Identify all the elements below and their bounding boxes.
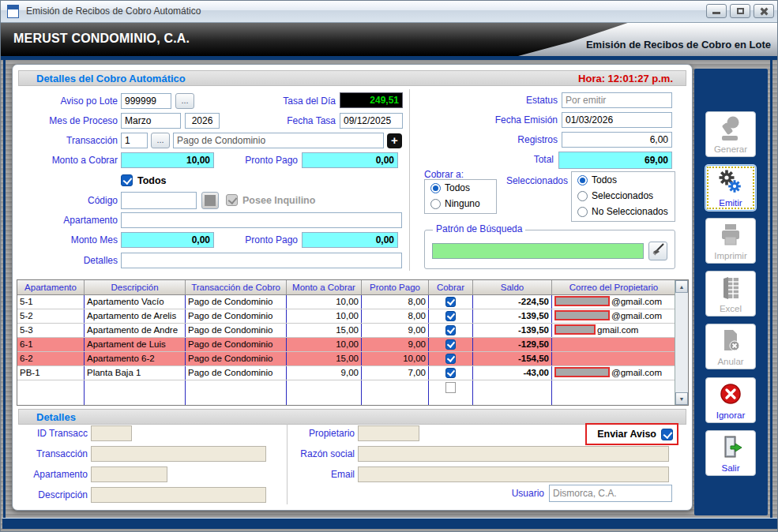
mes-field[interactable]: Marzo: [121, 113, 181, 129]
radio-cobrar-ninguno[interactable]: Ninguno: [425, 196, 496, 212]
aviso-field[interactable]: 999999: [121, 93, 171, 109]
workbook-icon: [718, 275, 743, 302]
fecha-tasa-field[interactable]: 09/12/2025: [340, 113, 403, 129]
usuario-field: Dismorca, C.A.: [549, 485, 672, 502]
cobrar-checkbox[interactable]: [445, 325, 456, 335]
radio-sel-todos[interactable]: Todos: [572, 172, 675, 188]
mes-label: Mes de Proceso: [23, 113, 118, 129]
cobrar-checkbox[interactable]: [445, 297, 456, 307]
section-header-cobro: Detalles del Cobro Automático Hora: 12:0…: [18, 70, 686, 86]
exit-door-icon: [718, 434, 743, 461]
patron-busqueda-label: Patrón de Búsqueda: [433, 223, 525, 234]
col-apartamento[interactable]: Apartamento: [17, 280, 85, 294]
usuario-label: Usuario: [475, 485, 544, 501]
codigo-color-button[interactable]: [201, 192, 219, 209]
minimize-icon: [712, 12, 720, 14]
anio-field[interactable]: 2026: [185, 113, 220, 129]
detalles-filtro-field[interactable]: [121, 253, 402, 268]
transaccion-det-field: [91, 446, 266, 462]
ignorar-button[interactable]: Ignorar: [705, 377, 756, 423]
col-descripcion[interactable]: Descripción: [85, 280, 186, 294]
seleccionados-label: Seleccionados: [497, 173, 568, 189]
stamp-icon: [718, 115, 743, 142]
radio-icon: [430, 199, 441, 209]
todos-checkbox-row[interactable]: Todos: [121, 174, 167, 186]
cobrar-checkbox[interactable]: [445, 339, 456, 350]
razon-social-label: Razón social: [269, 446, 355, 462]
table-row[interactable]: PB-1 Planta Baja 1 Pago de Condominio 9,…: [17, 366, 675, 380]
email-field: [358, 466, 669, 482]
cobrar-checkbox[interactable]: [445, 354, 456, 364]
seleccionados-group: Todos Seleccionados No Seleccionados: [571, 171, 675, 222]
todos-checkbox[interactable]: [121, 174, 133, 186]
col-monto[interactable]: Monto a Cobrar: [287, 280, 362, 294]
radio-sel-no-seleccionados[interactable]: No Seleccionados: [572, 204, 675, 219]
registros-field: 6,00: [562, 132, 672, 148]
cobrar-checkbox[interactable]: [445, 368, 456, 378]
radio-icon: [430, 183, 441, 193]
transaccion-browse-button[interactable]: ...: [151, 133, 170, 148]
monto-mes-field[interactable]: 0,00: [121, 232, 214, 248]
imprimir-button[interactable]: Imprimir: [705, 218, 756, 264]
detalles-title: Detalles: [36, 411, 76, 423]
monto-cobrar-label: Monto a Cobrar: [23, 152, 118, 168]
form-divider: [409, 89, 410, 271]
anular-button[interactable]: Anular: [705, 324, 756, 369]
patron-busqueda-field[interactable]: [432, 243, 644, 259]
scroll-down-icon[interactable]: ▼: [675, 392, 688, 405]
table-scrollbar[interactable]: ▲ ▼: [675, 280, 688, 405]
radio-icon: [577, 175, 588, 185]
col-saldo[interactable]: Saldo: [473, 280, 552, 294]
fecha-emision-field[interactable]: 01/03/2026: [562, 112, 672, 128]
close-button[interactable]: [754, 4, 774, 18]
pronto-pago-field[interactable]: 0,00: [302, 152, 398, 168]
enviar-aviso-group[interactable]: Enviar Aviso: [585, 423, 678, 445]
email-redacted: [554, 324, 596, 335]
razon-social-field: [358, 446, 669, 462]
transaccion-id-field[interactable]: 1: [121, 133, 148, 148]
minimize-button[interactable]: [706, 4, 727, 18]
pronto-pago2-field[interactable]: 0,00: [302, 232, 398, 248]
table-row[interactable]: 5-3 Apartamento de Andre Pago de Condomi…: [17, 324, 675, 338]
maximize-button[interactable]: [730, 4, 750, 18]
email-redacted: [554, 296, 610, 306]
estatus-label: Estatus: [463, 92, 558, 108]
table-row[interactable]: 5-2 Apartamento de Arelis Pago de Condom…: [17, 309, 675, 324]
email-redacted: [554, 310, 610, 320]
emitir-button[interactable]: Emitir: [705, 165, 756, 211]
salir-button[interactable]: Salir: [705, 430, 756, 476]
action-sidebar: Generar Emitir Imprimir: [694, 69, 768, 515]
apartamento-filtro-field[interactable]: [121, 212, 402, 228]
scroll-up-icon[interactable]: ▲: [675, 280, 688, 293]
aviso-browse-button[interactable]: ...: [175, 93, 194, 109]
col-pronto[interactable]: Pronto Pago: [362, 280, 429, 294]
radio-cobrar-todos[interactable]: Todos: [425, 180, 496, 196]
col-correo[interactable]: Correo del Propietario: [552, 280, 675, 294]
excel-button[interactable]: Excel: [705, 271, 756, 317]
col-transaccion[interactable]: Transacción de Cobro: [186, 280, 287, 294]
add-transaccion-button[interactable]: +: [387, 133, 402, 148]
radio-icon: [577, 191, 588, 201]
monto-cobrar-field[interactable]: 10,00: [121, 152, 214, 168]
cancel-red-icon: [718, 381, 743, 408]
codigo-field[interactable]: [121, 192, 197, 209]
module-title: Emisión de Recibos de Cobro en Lote: [586, 39, 771, 51]
generar-button[interactable]: Generar: [705, 111, 756, 157]
maximize-icon: [737, 8, 744, 14]
radio-sel-seleccionados[interactable]: Seleccionados: [572, 188, 675, 204]
propietario-field: [358, 425, 419, 441]
col-cobrar[interactable]: Cobrar: [429, 280, 473, 294]
email-label: Email: [269, 466, 355, 482]
table-row[interactable]: 5-1 Apartamento Vacío Pago de Condominio…: [17, 295, 675, 309]
transaccion-nombre-field[interactable]: Pago de Condominio: [173, 133, 384, 148]
table-row-highlighted[interactable]: 6-1 Apartament de Luis Pago de Condomini…: [17, 338, 675, 352]
tasa-field: 249,51: [340, 92, 403, 108]
table-row-highlighted[interactable]: 6-2 Apartamento 6-2 Pago de Condominio 1…: [17, 352, 675, 366]
estatus-field: Por emitir: [562, 92, 672, 108]
radio-icon: [577, 207, 588, 217]
enviar-aviso-checkbox[interactable]: [661, 429, 673, 440]
cobrar-checkbox[interactable]: [445, 311, 456, 321]
descripcion-det-label: Descripción: [17, 487, 88, 503]
limpiar-button[interactable]: [648, 242, 667, 260]
email-redacted: [554, 367, 610, 377]
